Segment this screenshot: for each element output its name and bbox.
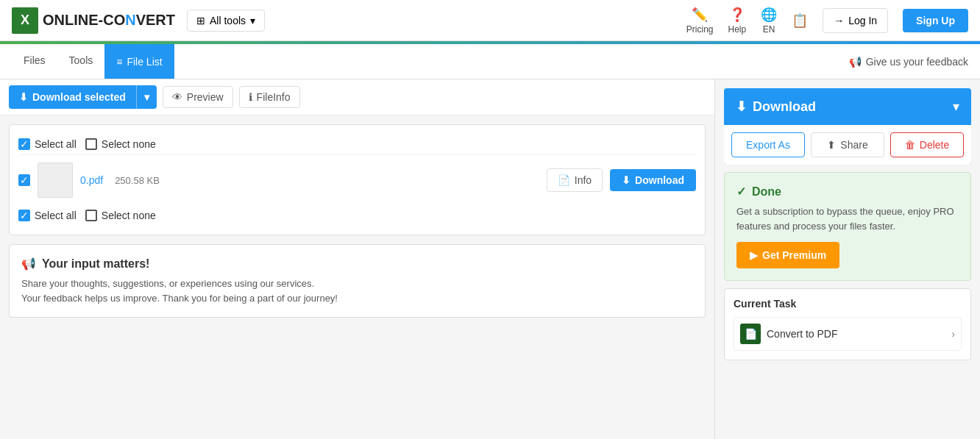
select-none-checkbox-top[interactable] [85, 138, 97, 150]
help-label: Help [728, 24, 746, 35]
files-tab[interactable]: Files [12, 44, 57, 79]
file-row: ✓ 0.pdf 250.58 KB 📄 Info ⬇ Download [18, 154, 696, 205]
megaphone-small-icon: 📢 [21, 257, 36, 271]
chevron-down-icon: ▾ [144, 91, 149, 103]
feedback-button[interactable]: 📢 Give us your feedback [849, 56, 968, 68]
download-panel-icon: ⬇ [736, 99, 747, 115]
chevron-down-icon: ▾ [250, 15, 255, 26]
main-layout: ⬇ Download selected ▾ 👁 Preview ℹ FileIn… [0, 79, 980, 439]
file-size: 250.58 KB [115, 175, 160, 186]
action-buttons: Export As ⬆ Share 🗑 Delete [724, 125, 971, 165]
list-icon: ≡ [116, 56, 122, 68]
input-matters-card: 📢 Your input matters! Share your thought… [9, 244, 706, 318]
select-none-button-bottom[interactable]: Select none [85, 210, 156, 221]
select-none-label-bottom: Select none [102, 210, 156, 221]
header-actions: ✏️ Pricing ❓ Help 🌐 EN 📋 → Log In Sign U… [686, 7, 968, 35]
info-button[interactable]: 📄 Info [547, 168, 603, 192]
info-label: Info [575, 174, 592, 186]
select-all-button-top[interactable]: ✓ Select all [18, 138, 77, 150]
timer-nav-item[interactable]: 📋 [792, 13, 808, 29]
eye-icon: 👁 [172, 91, 182, 103]
checkmark-icon: ✓ [736, 185, 746, 199]
preview-label: Preview [187, 91, 224, 103]
select-all-button-bottom[interactable]: ✓ Select all [18, 210, 77, 221]
trash-icon: 🗑 [905, 139, 915, 151]
select-none-button-top[interactable]: Select none [85, 138, 156, 150]
pricing-label: Pricing [686, 24, 714, 35]
download-selected-label: Download selected [32, 91, 126, 103]
help-nav-item[interactable]: ❓ Help [728, 7, 746, 35]
file-info-icon: 📄 [558, 174, 570, 186]
task-label: Convert to PDF [767, 328, 945, 340]
get-premium-button[interactable]: ▶ Get Premium [736, 242, 839, 268]
all-tools-label: All tools [210, 15, 246, 26]
input-matters-text: Share your thoughts, suggestions, or exp… [21, 276, 693, 305]
done-title: ✓ Done [736, 185, 959, 199]
header: X ONLINE-CONVERT ⊞ All tools ▾ ✏️ Pricin… [0, 0, 980, 41]
file-checkbox[interactable]: ✓ [18, 174, 30, 186]
arrow-right-icon: ▶ [750, 249, 758, 261]
all-tools-button[interactable]: ⊞ All tools ▾ [187, 10, 265, 32]
sub-nav: Files Tools ≡ File List 📢 Give us your f… [0, 44, 980, 79]
download-panel-caret[interactable]: ▾ [953, 99, 959, 115]
task-item[interactable]: 📄 Convert to PDF › [734, 317, 962, 351]
pricing-nav-item[interactable]: ✏️ Pricing [686, 7, 714, 35]
select-row-top: ✓ Select all Select none [18, 134, 696, 154]
download-selected-button[interactable]: ⬇ Download selected ▾ [9, 85, 157, 109]
input-matters-title: 📢 Your input matters! [21, 257, 693, 271]
share-icon: ⬆ [827, 139, 836, 151]
globe-icon: 🌐 [761, 7, 777, 23]
select-all-label-bottom: Select all [35, 210, 77, 221]
select-all-checkbox-bottom[interactable]: ✓ [18, 210, 30, 221]
logo[interactable]: X ONLINE-CONVERT [12, 7, 175, 34]
download-selected-caret[interactable]: ▾ [136, 85, 157, 109]
download-arrow-icon: ⬇ [622, 174, 631, 186]
toolbar: ⬇ Download selected ▾ 👁 Preview ℹ FileIn… [0, 79, 714, 115]
file-list-area: ✓ Select all Select none ✓ 0.pdf 250.58 … [0, 115, 714, 439]
delete-button[interactable]: 🗑 Delete [890, 132, 964, 157]
info-circle-icon: ℹ [249, 91, 252, 103]
help-icon: ❓ [729, 7, 745, 23]
download-file-button[interactable]: ⬇ Download [610, 169, 696, 191]
done-card: ✓ Done Get a subscription to bypass the … [724, 172, 971, 281]
price-tag-icon: ✏️ [692, 7, 708, 23]
login-arrow-icon: → [834, 15, 844, 26]
login-label: Log In [848, 15, 877, 26]
download-selected-main[interactable]: ⬇ Download selected [9, 85, 136, 109]
select-row-bottom: ✓ Select all Select none [18, 205, 696, 226]
export-as-button[interactable]: Export As [731, 132, 805, 157]
done-text: Get a subscription to bypass the queue, … [736, 204, 959, 233]
right-panel: ⬇ Download ▾ Export As ⬆ Share 🗑 Delete [715, 79, 980, 439]
grid-icon: ⊞ [196, 15, 205, 26]
select-all-label-top: Select all [35, 138, 77, 150]
file-list-card: ✓ Select all Select none ✓ 0.pdf 250.58 … [9, 124, 706, 235]
download-icon: ⬇ [19, 91, 28, 103]
file-list-label: File List [127, 56, 162, 68]
file-list-tab[interactable]: ≡ File List [104, 44, 174, 79]
download-file-label: Download [635, 174, 684, 186]
login-button[interactable]: → Log In [823, 8, 888, 33]
share-button[interactable]: ⬆ Share [811, 132, 884, 157]
download-panel: ⬇ Download ▾ Export As ⬆ Share 🗑 Delete [724, 88, 971, 165]
task-arrow-icon: › [951, 328, 955, 340]
preview-button[interactable]: 👁 Preview [163, 86, 233, 108]
file-thumbnail [38, 163, 73, 198]
fileinfo-label: FileInfo [257, 91, 291, 103]
tools-tab[interactable]: Tools [57, 44, 105, 79]
fileinfo-button[interactable]: ℹ FileInfo [239, 86, 300, 108]
pdf-icon: 📄 [740, 324, 761, 344]
select-none-checkbox-bottom[interactable] [85, 210, 97, 221]
logo-text: ONLINE-CONVERT [43, 12, 175, 29]
megaphone-icon: 📢 [849, 56, 862, 68]
tools-label: Tools [69, 54, 93, 66]
file-name: 0.pdf [80, 174, 103, 186]
timer-icon: 📋 [792, 13, 808, 29]
logo-icon: X [12, 7, 38, 34]
select-all-checkbox-top[interactable]: ✓ [18, 138, 30, 150]
language-nav-item[interactable]: 🌐 EN [761, 7, 777, 35]
download-panel-title: ⬇ Download [736, 99, 816, 115]
download-panel-header: ⬇ Download ▾ [724, 88, 971, 125]
signup-button[interactable]: Sign Up [903, 9, 968, 32]
current-task-title: Current Task [734, 298, 962, 310]
current-task-section: Current Task 📄 Convert to PDF › [724, 288, 971, 360]
